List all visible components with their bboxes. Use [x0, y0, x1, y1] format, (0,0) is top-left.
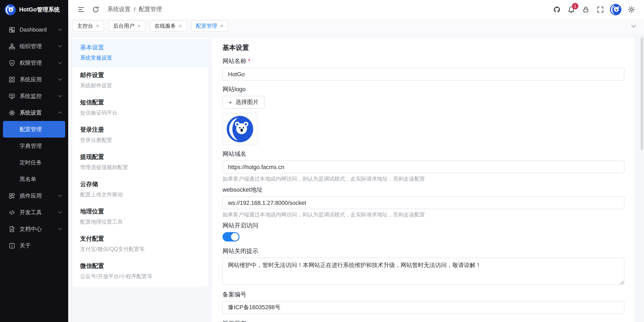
plus-icon [228, 99, 232, 105]
sidebar-item-permission[interactable]: 权限管理 [0, 54, 68, 71]
apps-icon [8, 76, 15, 83]
sidebar-item-plugins[interactable]: 插件应用 [0, 187, 68, 204]
sidebar-item-label: Dashboard [20, 26, 59, 33]
sidebar-item-system-apps[interactable]: 系统应用 [0, 71, 68, 88]
close-icon[interactable] [179, 23, 182, 28]
sidebar-item-label: 开发工具 [20, 209, 59, 216]
settings-item-subtitle: 支付宝/微信/QQ支付配置等 [80, 246, 200, 253]
sidebar-item-dev-tools[interactable]: 开发工具 [0, 204, 68, 221]
settings-menu-item-email[interactable]: 邮件设置 系统邮件设置 [72, 67, 208, 94]
icp-label: 备案编号 [222, 291, 624, 299]
settings-menu-item-sms[interactable]: 短信配置 短信验证码平台 [72, 94, 208, 121]
copyright-label: 版权所有 [222, 320, 624, 322]
settings-menu-item-geo[interactable]: 地理位置 配置地理位置工具 [72, 203, 208, 230]
tab-config-management[interactable]: 配置管理 [191, 20, 228, 31]
app-root: HotGo管理系统 Dashboard 组织管理 权限管理 系统应用 [0, 0, 644, 322]
gear-icon [8, 109, 15, 116]
chevron-down-icon [58, 77, 62, 81]
sidebar-item-cron-tasks[interactable]: 定时任务 [0, 154, 68, 171]
chevron-down-icon [58, 60, 62, 64]
main-area: 系统设置 / 配置管理 1 [68, 0, 644, 322]
avatar-image [610, 3, 622, 15]
settings-item-title: 地理位置 [80, 208, 200, 216]
toggle-knob [231, 233, 239, 241]
sidebar-collapse-button[interactable] [74, 2, 88, 16]
site-access-label: 网站开启访问 [222, 222, 624, 230]
settings-menu-item-payment[interactable]: 支付配置 支付宝/微信/QQ支付配置等 [72, 230, 208, 258]
tab-label: 配置管理 [196, 22, 217, 29]
settings-menu-item-withdraw[interactable]: 提现配置 管理员提现规则配置 [72, 149, 208, 176]
notifications-button[interactable]: 1 [564, 2, 578, 16]
gear-icon [628, 6, 635, 13]
sidebar-item-label: 权限管理 [20, 59, 59, 67]
fullscreen-button[interactable] [593, 2, 607, 16]
close-tip-textarea[interactable]: 网站维护中，暂时无法访问！本网站正在进行系统维护和技术升级，网站暂时无法访问，敬… [222, 258, 624, 285]
settings-menu-item-login-register[interactable]: 登录注册 登录注册配置 [72, 121, 208, 149]
collapse-icon [77, 6, 84, 13]
settings-item-subtitle: 短信验证码平台 [80, 109, 200, 117]
sidebar-item-about[interactable]: 关于 [0, 237, 68, 254]
sidebar: HotGo管理系统 Dashboard 组织管理 权限管理 系统应用 [0, 0, 68, 322]
refresh-icon [92, 6, 99, 13]
chevron-down-icon [58, 210, 62, 214]
sidebar-item-blacklist[interactable]: 黑名单 [0, 171, 68, 187]
settings-menu-item-cloud-storage[interactable]: 云存储 配置上传文件驱动 [72, 176, 208, 203]
app-logo-icon [5, 4, 16, 15]
settings-item-title: 邮件设置 [80, 71, 200, 79]
settings-item-title: 登录注册 [80, 126, 200, 134]
sidebar-item-system-settings[interactable]: 系统设置 [0, 104, 68, 121]
settings-menu-item-basic[interactable]: 基本设置 系统常规设置 [72, 39, 208, 67]
close-icon[interactable] [220, 23, 223, 28]
sidebar-menu: Dashboard 组织管理 权限管理 系统应用 系统监控 [0, 19, 68, 322]
sidebar-item-label: 系统设置 [20, 109, 59, 116]
breadcrumb-current[interactable]: 配置管理 [139, 5, 162, 13]
chevron-down-icon [58, 193, 62, 197]
sidebar-item-doc-center[interactable]: 文档中心 [0, 221, 68, 237]
chevron-down-icon [631, 23, 636, 27]
avatar[interactable] [610, 3, 622, 15]
refresh-button[interactable] [89, 2, 102, 16]
lock-icon [582, 6, 589, 13]
about-icon [8, 242, 15, 249]
close-icon[interactable] [96, 23, 99, 28]
websocket-help: 如果客户端通过本地或内网访问，则认为是调试模式，走实际请求地址，否则走该配置 [222, 211, 624, 219]
settings-button[interactable] [624, 2, 638, 16]
sidebar-item-system-monitor[interactable]: 系统监控 [0, 88, 68, 104]
sidebar-item-config-management[interactable]: 配置管理 [3, 121, 65, 138]
tab-admin-users[interactable]: 后台用户 [108, 20, 145, 31]
websocket-input[interactable] [222, 196, 624, 209]
settings-menu-card: 基本设置 系统常规设置 邮件设置 系统邮件设置 短信配置 短信验证码平台 登录注… [72, 37, 208, 287]
site-domain-label: 网站域名 [222, 150, 624, 158]
site-domain-input[interactable] [222, 161, 624, 173]
settings-menu-item-wechat[interactable]: 微信配置 公众号/开放平台/小程序配置等 [72, 258, 208, 285]
sidebar-item-dashboard[interactable]: Dashboard [0, 21, 68, 38]
tab-label: 后台用户 [113, 22, 134, 29]
tab-list-dropdown-button[interactable] [627, 20, 640, 31]
settings-item-title: 短信配置 [80, 99, 200, 106]
breadcrumb: 系统设置 / 配置管理 [108, 5, 162, 13]
app-title: HotGo管理系统 [19, 6, 60, 14]
content: 基本设置 系统常规设置 邮件设置 系统邮件设置 短信配置 短信验证码平台 登录注… [68, 33, 644, 322]
logo-preview[interactable] [222, 113, 258, 145]
breadcrumb-parent[interactable]: 系统设置 [108, 5, 130, 13]
chevron-down-icon [58, 27, 62, 31]
tab-online-service[interactable]: 在线服务 [150, 20, 186, 31]
tab-dashboard[interactable]: 主控台 [72, 20, 104, 31]
sidebar-item-organization[interactable]: 组织管理 [0, 38, 68, 54]
site-access-toggle[interactable] [222, 232, 240, 242]
github-button[interactable] [550, 2, 564, 16]
tab-label: 在线服务 [154, 22, 176, 29]
site-name-input[interactable] [222, 68, 624, 80]
settings-item-subtitle: 管理员提现规则配置 [80, 164, 200, 171]
site-domain-help: 如果客户端通过本地或内网访问，则认为是调试模式，走实际请求地址，否则走该配置 [222, 175, 624, 183]
choose-image-button[interactable]: 选择图片 [222, 96, 265, 109]
app-logo[interactable]: HotGo管理系统 [0, 0, 68, 19]
settings-item-title: 基本设置 [80, 44, 200, 51]
icp-input[interactable] [222, 301, 624, 314]
site-logo-image [227, 116, 253, 142]
lock-screen-button[interactable] [579, 2, 592, 16]
sidebar-item-dictionary[interactable]: 字典管理 [0, 138, 68, 154]
close-icon[interactable] [138, 23, 140, 28]
close-tip-label: 网站关闭提示 [222, 248, 624, 255]
page-scrollbar-thumb[interactable] [640, 37, 643, 150]
